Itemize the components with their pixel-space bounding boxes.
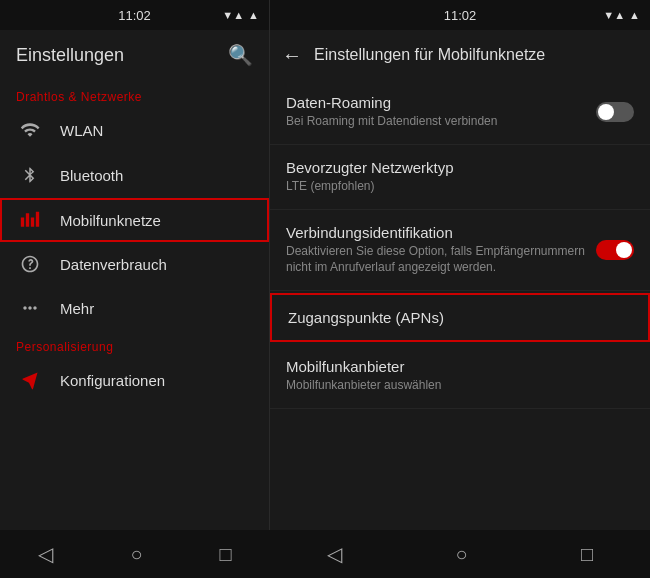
settings-item-netzwerktyp[interactable]: Bevorzugter Netzwerktyp LTE (empfohlen) [270,145,650,210]
verbindungsidentifikation-text: Verbindungsidentifikation Deaktivieren S… [286,224,596,277]
section-wireless-label: Drahtlos & Netzwerke [0,80,269,108]
daten-roaming-title: Daten-Roaming [286,94,596,111]
settings-item-daten-roaming[interactable]: Daten-Roaming Bei Roaming mit Datendiens… [270,80,650,145]
netzwerktyp-subtitle: LTE (empfohlen) [286,178,634,195]
zugangspunkte-title: Zugangspunkte (APNs) [288,309,632,326]
sidebar-item-bluetooth[interactable]: Bluetooth [0,152,269,198]
verbindungsidentifikation-subtitle: Deaktivieren Sie diese Option, falls Emp… [286,243,596,277]
sidebar-item-mehr-label: Mehr [60,300,94,317]
mobile-network-icon [16,210,44,230]
settings-item-mobilfunkanbieter[interactable]: Mobilfunkanbieter Mobilfunkanbieter ausw… [270,344,650,409]
data-usage-icon [16,254,44,274]
left-recents-button[interactable]: □ [219,543,231,566]
left-status-bar: 11:02 ▼▲ ▲ [0,0,269,30]
sidebar-item-wlan-label: WLAN [60,122,103,139]
netzwerktyp-text: Bevorzugter Netzwerktyp LTE (empfohlen) [286,159,634,195]
mobilfunkanbieter-subtitle: Mobilfunkanbieter auswählen [286,377,634,394]
sidebar-item-bluetooth-label: Bluetooth [60,167,123,184]
config-icon [16,370,44,390]
right-panel: 11:02 ▼▲ ▲ ← Einstellungen für Mobilfunk… [270,0,650,578]
right-signal-icon: ▼▲ [603,9,625,21]
daten-roaming-subtitle: Bei Roaming mit Datendienst verbinden [286,113,596,130]
left-status-icons: ▼▲ ▲ [222,9,259,21]
right-back-button[interactable]: ◁ [327,542,342,566]
netzwerktyp-title: Bevorzugter Netzwerktyp [286,159,634,176]
right-time: 11:02 [444,8,477,23]
mobilfunkanbieter-title: Mobilfunkanbieter [286,358,634,375]
verbindungsidentifikation-title: Verbindungsidentifikation [286,224,596,241]
left-app-bar: Einstellungen 🔍 [0,30,269,80]
back-icon[interactable]: ← [282,44,302,67]
signal-status-icon: ▼▲ [222,9,244,21]
settings-item-verbindungsidentifikation[interactable]: Verbindungsidentifikation Deaktivieren S… [270,210,650,292]
wifi-status-icon: ▲ [248,9,259,21]
right-status-bar: 11:02 ▼▲ ▲ [270,0,650,30]
more-icon [16,298,44,318]
left-bottom-nav: ◁ ○ □ [0,530,270,578]
zugangspunkte-text: Zugangspunkte (APNs) [288,309,632,326]
daten-roaming-text: Daten-Roaming Bei Roaming mit Datendiens… [286,94,596,130]
right-bottom-nav: ◁ ○ □ [270,530,650,578]
section-personal-label: Personalisierung [0,330,269,358]
right-wifi-icon: ▲ [629,9,640,21]
left-home-button[interactable]: ○ [130,543,142,566]
right-app-title: Einstellungen für Mobilfunknetze [314,46,545,64]
settings-item-zugangspunkte[interactable]: Zugangspunkte (APNs) [270,293,650,342]
sidebar-item-datenverbrauch[interactable]: Datenverbrauch [0,242,269,286]
verbindungsidentifikation-toggle[interactable] [596,240,634,260]
settings-list: Daten-Roaming Bei Roaming mit Datendiens… [270,80,650,578]
right-status-icons: ▼▲ ▲ [603,9,640,21]
sidebar-item-konfigurationen[interactable]: Konfigurationen [0,358,269,402]
search-icon[interactable]: 🔍 [228,43,253,67]
left-panel: 11:02 ▼▲ ▲ Einstellungen 🔍 Drahtlos & Ne… [0,0,270,578]
right-home-button[interactable]: ○ [455,543,467,566]
wifi-icon [16,120,44,140]
sidebar-item-datenverbrauch-label: Datenverbrauch [60,256,167,273]
left-app-title: Einstellungen [16,45,124,66]
left-time: 11:02 [118,8,151,23]
sidebar-item-mobilfunknetze[interactable]: Mobilfunknetze [0,198,269,242]
sidebar-item-mehr[interactable]: Mehr [0,286,269,330]
mobilfunkanbieter-text: Mobilfunkanbieter Mobilfunkanbieter ausw… [286,358,634,394]
right-app-bar: ← Einstellungen für Mobilfunknetze [270,30,650,80]
sidebar-item-mobilfunknetze-label: Mobilfunknetze [60,212,161,229]
right-recents-button[interactable]: □ [581,543,593,566]
left-back-button[interactable]: ◁ [38,542,53,566]
sidebar-item-wlan[interactable]: WLAN [0,108,269,152]
daten-roaming-toggle[interactable] [596,102,634,122]
bluetooth-icon [16,164,44,186]
sidebar-item-konfigurationen-label: Konfigurationen [60,372,165,389]
